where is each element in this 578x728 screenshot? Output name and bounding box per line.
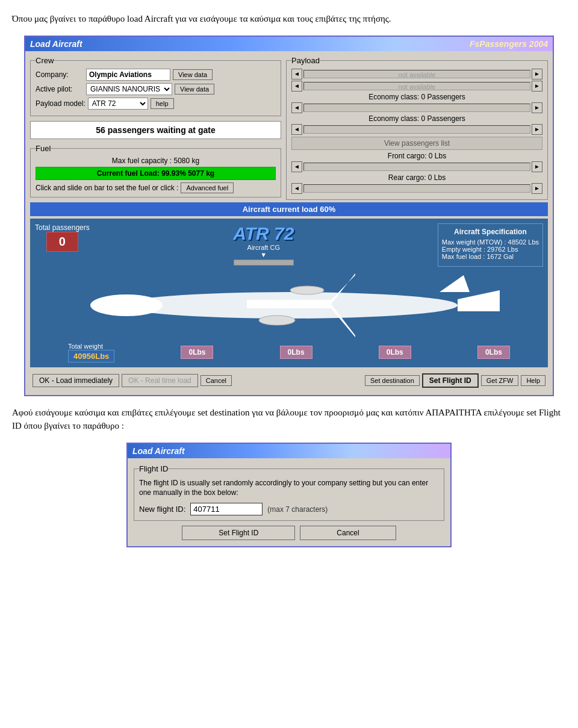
active-pilot-row: Active pilot: GIANNIS NANOURIS View data [36,83,276,95]
cg-slider[interactable] [234,260,294,266]
svg-point-6 [259,316,295,325]
weight-labels-row: Total weight 40956Lbs 0Lbs 0Lbs 0Lbs 0Lb… [35,343,543,362]
cancel-button[interactable]: Cancel [200,375,232,386]
payload-rear-cargo-row: ◄ ► [291,183,542,194]
company-value: Olympic Aviations [86,69,170,81]
payload-model-label: Payload model: [36,99,85,108]
aircraft-silhouette-area [35,269,543,341]
fuel-section: Fuel Max fuel capacity : 5080 kg Current… [30,144,281,198]
help-button-crew[interactable]: help [151,98,174,109]
payload-arrow-right-3[interactable]: ► [532,102,542,113]
flight-id-dialog: Load Aircraft Flight ID The flight ID is… [126,443,452,548]
payload-arrow-left-6[interactable]: ◄ [291,183,302,194]
payload-slider-1[interactable]: not available [303,70,530,78]
not-available-2: not available [304,82,530,91]
aircraft-cg-label: Aircraft CG ▼ [233,244,294,258]
payload-arrow-right-2[interactable]: ► [532,81,542,92]
new-flight-id-input[interactable] [190,503,263,515]
total-weight-value: 40956Lbs [68,350,114,362]
aircraft-spec-box: Aircraft Specification Max weight (MTOW)… [438,223,543,267]
payload-arrow-left-1[interactable]: ◄ [291,69,302,79]
dialog-cancel-button[interactable]: Cancel [300,526,396,540]
svg-marker-3 [440,275,470,292]
bottom-buttons: OK - Load immediately OK - Real time loa… [30,370,548,390]
dialog-body: Flight ID The flight ID is usually set r… [128,458,450,547]
passengers-waiting-banner: 56 passengers waiting at gate [30,121,281,139]
help-button-bottom[interactable]: Help [521,375,545,386]
aircraft-load-bar: Aircraft current load 60% [30,202,548,216]
aircraft-visualization: Total passengers 0 ATR 72 Aircraft CG ▼ … [30,219,548,367]
total-passengers-box: Total passengers 0 [35,223,90,267]
fuel-max-capacity: Max fuel capacity : 5080 kg [36,157,276,165]
payload-arrow-left-2[interactable]: ◄ [291,81,302,92]
set-destination-button[interactable]: Set destination [365,375,420,386]
payload-slider-6[interactable] [303,184,530,193]
total-weight-label: Total weight [68,343,114,350]
flight-id-description: The flight ID is usually set randomly ac… [139,478,439,499]
spec-empty-weight: Empty weight : 29762 Lbs [442,246,539,253]
total-passengers-value: 0 [46,232,78,252]
crew-legend: Crew [36,56,54,65]
dialog-title: Load Aircraft [132,446,185,456]
advanced-fuel-button[interactable]: Advanced fuel [181,182,234,193]
payload-front-cargo-row: ◄ ► [291,161,542,172]
view-passengers-list-button[interactable]: View passengers list [291,137,542,150]
not-available-1: not available [304,70,530,79]
aircraft-svg [78,272,500,338]
payload-na-row-1: ◄ not available ► [291,69,542,79]
economy-class-2-label: Economy class: 0 Passengers [291,114,542,123]
dialog-titlebar: Load Aircraft [128,444,450,458]
payload-slider-2[interactable]: not available [303,82,530,90]
svg-marker-2 [458,290,500,311]
atr72-logo: ATR 72 [233,223,294,244]
load-aircraft-window: Load Aircraft FsPassengers 2004 Crew Com… [24,36,554,396]
dialog-set-flight-id-button[interactable]: Set Flight ID [182,526,295,540]
payload-arrow-right-5[interactable]: ► [532,161,542,172]
set-flight-id-button[interactable]: Set Flight ID [422,373,479,388]
weight-box-1: 0Lbs [181,346,213,359]
crew-section: Crew Company: Olympic Aviations View dat… [30,56,281,116]
flight-id-legend: Flight ID [139,464,168,473]
payload-arrow-right-4[interactable]: ► [532,124,542,135]
ok-load-immediately-button[interactable]: OK - Load immediately [33,374,119,387]
company-row: Company: Olympic Aviations View data [36,69,276,81]
payload-slider-5[interactable] [303,163,530,171]
spec-max-weight: Max weight (MTOW) : 48502 Lbs [442,238,539,246]
window-body: Crew Company: Olympic Aviations View dat… [25,51,553,395]
economy-class-1-label: Economy class: 0 Passengers [291,93,542,101]
flight-id-row: New flight ID: (max 7 characters) [139,503,439,515]
fuel-current-bar: Current fuel Load: 99.93% 5077 kg [36,167,276,180]
flight-id-group: Flight ID The flight ID is usually set r… [134,464,444,521]
max-chars-hint: (max 7 characters) [267,505,328,514]
payload-slider-4[interactable] [303,125,530,134]
payload-arrow-right-6[interactable]: ► [532,183,542,194]
window-titlebar: Load Aircraft FsPassengers 2004 [25,37,553,51]
svg-point-1 [90,294,163,316]
intro-paragraph: Όπου μας βγαίνει το παράθυρο load Aircra… [12,12,566,26]
view-data-button-1[interactable]: View data [173,69,213,80]
active-pilot-label: Active pilot: [36,85,84,93]
window-app-name: FsPassengers 2004 [470,39,548,49]
front-cargo-label: Front cargo: 0 Lbs [291,152,542,160]
payload-slider-3[interactable] [303,104,530,112]
spec-title: Aircraft Specification [442,228,539,236]
ok-realtime-load-button[interactable]: OK - Real time load [122,374,198,387]
new-flight-id-label: New flight ID: [139,505,185,514]
payload-arrow-left-4[interactable]: ◄ [291,124,302,135]
payload-arrow-right-1[interactable]: ► [532,69,542,79]
svg-point-7 [290,286,324,294]
atr72-center: ATR 72 Aircraft CG ▼ [233,223,294,267]
payload-eco-row-1: ◄ ► [291,102,542,113]
payload-arrow-left-3[interactable]: ◄ [291,102,302,113]
fuel-advanced-row: Click and slide on bar to set the fuel o… [36,182,276,193]
weight-box-2: 0Lbs [280,346,312,359]
company-label: Company: [36,70,84,79]
payload-model-select[interactable]: ATR 72 [88,98,148,110]
payload-arrow-left-5[interactable]: ◄ [291,161,302,172]
view-data-button-2[interactable]: View data [175,84,214,95]
active-pilot-select[interactable]: GIANNIS NANOURIS [86,83,172,95]
get-zfw-button[interactable]: Get ZFW [481,375,519,386]
payload-legend: Payload [291,56,320,65]
fuel-click-text: Click and slide on bar to set the fuel o… [36,184,178,192]
window-title: Load Aircraft [30,39,82,49]
